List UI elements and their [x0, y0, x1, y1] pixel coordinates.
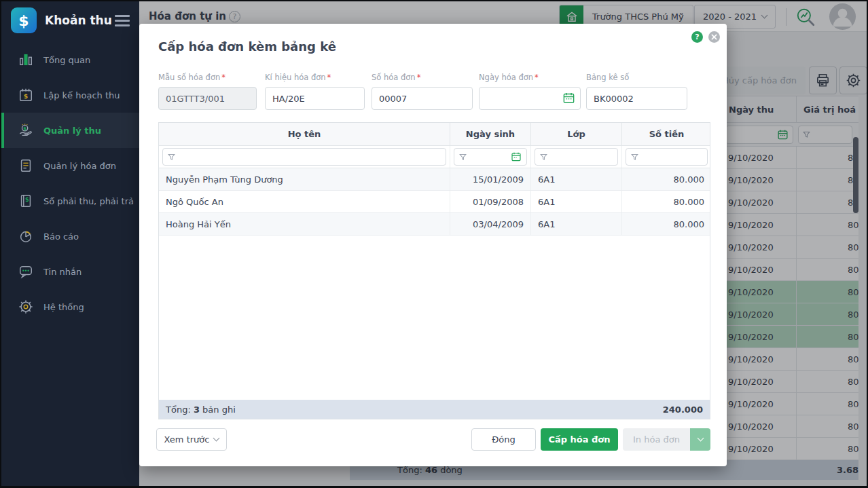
svg-text:$: $ [24, 92, 28, 100]
student-dob-cell: 03/04/2009 [450, 213, 531, 235]
sidebar-item-plan[interactable]: $ Lập kế hoạch thu [1, 77, 139, 113]
student-class-cell: 6A1 [531, 213, 622, 235]
sidebar-item-revenue-management[interactable]: $ Quản lý thu [1, 113, 139, 148]
invoice-symbol-input[interactable] [265, 87, 365, 110]
sidebar-nav: Tổng quan $ Lập kế hoạch thu $ Quản lý t… [1, 42, 139, 324]
calendar-icon[interactable] [562, 92, 575, 105]
hand-coin-icon: $ [18, 122, 34, 138]
sidebar-item-system[interactable]: Hệ thống [1, 289, 139, 324]
modal-title: Cấp hóa đơn kèm bảng kê [158, 39, 336, 54]
svg-text:$: $ [23, 126, 26, 132]
chevron-down-icon [213, 435, 220, 442]
field-invoice-symbol: Kí hiệu hóa đơn* [265, 73, 365, 110]
student-table-body: Nguyễn Phạm Tùng Dương 15/01/2009 6A1 80… [159, 168, 710, 236]
hamburger-menu-icon[interactable] [115, 12, 130, 29]
student-dob-cell: 01/09/2008 [450, 191, 531, 212]
app-logo-icon: $ [11, 7, 37, 33]
invoice-template-input [158, 87, 257, 110]
sidebar: $ Khoản thu Tổng quan $ Lập kế hoạch thu… [1, 1, 139, 486]
brand: $ Khoản thu [1, 1, 139, 39]
pie-chart-icon [18, 228, 34, 244]
student-table-filter-row [159, 146, 710, 168]
field-invoice-template: Mẫu số hóa đơn* [158, 73, 257, 110]
column-header-so-tien[interactable]: Số tiền [622, 123, 711, 145]
student-amount-cell: 80.000 [622, 213, 711, 235]
invoice-icon [18, 157, 34, 174]
app-window: $ Khoản thu Tổng quan $ Lập kế hoạch thu… [0, 0, 868, 488]
modal-close-icon[interactable] [708, 31, 720, 43]
close-button[interactable]: Đóng [471, 428, 536, 451]
student-row[interactable]: Nguyễn Phạm Tùng Dương 15/01/2009 6A1 80… [159, 168, 710, 191]
funnel-icon [631, 153, 638, 161]
student-name-cell: Hoàng Hải Yến [159, 213, 450, 235]
chat-icon [18, 263, 34, 280]
student-row[interactable]: Ngô Quốc An 01/09/2008 6A1 80.000 [159, 191, 710, 213]
preview-button[interactable]: Xem trước [156, 428, 227, 451]
student-table: Họ tên Ngày sinh Lớp Số tiền [158, 122, 710, 419]
student-row[interactable]: Hoàng Hải Yến 03/04/2009 6A1 80.000 [159, 213, 710, 236]
app-title: Khoản thu [45, 14, 115, 27]
calendar-icon [511, 151, 522, 162]
column-header-ho-ten[interactable]: Họ tên [159, 123, 450, 145]
student-dob-cell: 15/01/2009 [450, 168, 531, 190]
calendar-plan-icon: $ [18, 87, 34, 103]
amount-filter-input[interactable] [626, 148, 708, 166]
funnel-icon [459, 153, 467, 161]
class-filter-input[interactable] [535, 148, 618, 166]
statement-number-input[interactable] [586, 87, 687, 110]
field-invoice-number: Số hóa đơn* [372, 73, 473, 110]
ledger-book-icon: $ [18, 193, 34, 209]
student-amount-cell: 80.000 [622, 191, 711, 212]
student-class-cell: 6A1 [531, 191, 622, 212]
student-class-cell: 6A1 [531, 168, 622, 190]
issue-invoice-modal: Cấp hóa đơn kèm bảng kê Mẫu số hóa đơn* … [139, 24, 727, 466]
sidebar-item-messages[interactable]: Tin nhắn [1, 254, 139, 289]
chevron-down-icon [697, 435, 704, 442]
student-amount-cell: 80.000 [622, 168, 711, 190]
issue-invoice-button[interactable]: Cấp hóa đơn [541, 428, 618, 451]
student-name-cell: Nguyễn Phạm Tùng Dương [159, 168, 450, 190]
sidebar-item-overview[interactable]: Tổng quan [1, 42, 139, 77]
column-header-ngay-sinh[interactable]: Ngày sinh [450, 123, 531, 145]
sidebar-item-receivables[interactable]: $ Sổ phải thu, phải trả [1, 183, 139, 219]
funnel-icon [168, 153, 175, 161]
dob-filter-input[interactable] [454, 148, 527, 166]
name-filter-input[interactable] [162, 148, 446, 166]
print-invoice-dropdown[interactable] [690, 428, 710, 451]
print-invoice-split-button: In hóa đơn [623, 428, 710, 451]
sidebar-item-reports[interactable]: Báo cáo [1, 219, 139, 254]
student-name-cell: Ngô Quốc An [159, 191, 450, 212]
bar-chart-icon [18, 52, 34, 68]
student-table-header: Họ tên Ngày sinh Lớp Số tiền [159, 123, 710, 146]
column-header-lop[interactable]: Lớp [531, 123, 622, 145]
sidebar-item-invoice-management[interactable]: Quản lý hóa đơn [1, 148, 139, 183]
gear-icon [18, 299, 34, 315]
svg-text:$: $ [25, 196, 29, 203]
student-table-summary: Tổng: 3 bản ghi 240.000 [159, 400, 710, 419]
field-invoice-date: Ngày hóa đơn* [479, 73, 581, 110]
funnel-icon [540, 153, 547, 161]
student-table-total: 240.000 [663, 405, 703, 415]
modal-help-icon[interactable] [691, 31, 703, 43]
print-invoice-button[interactable]: In hóa đơn [623, 428, 690, 451]
invoice-number-input[interactable] [372, 87, 473, 110]
field-statement-number: Bảng kê số [586, 73, 687, 110]
